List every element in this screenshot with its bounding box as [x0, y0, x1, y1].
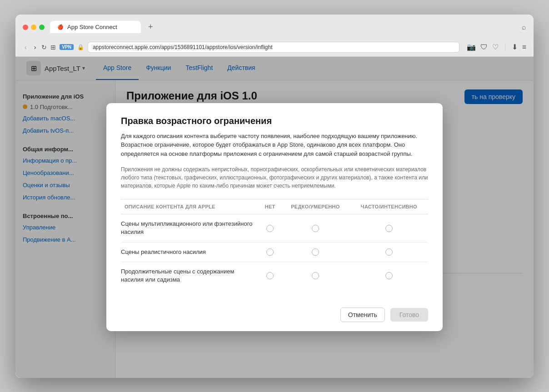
- radio-often-2[interactable]: [385, 248, 393, 256]
- tab-bar: 🍎 App Store Connect +: [50, 20, 516, 34]
- radio-rarely-1[interactable]: [312, 225, 319, 232]
- table-col-often: ЧАСТО/ИНТЕНСИВНО: [350, 199, 428, 214]
- active-tab[interactable]: 🍎 App Store Connect: [50, 21, 141, 33]
- minimize-button[interactable]: [31, 25, 36, 30]
- table-col-rarely: РЕДКО/УМЕРЕННО: [281, 199, 350, 214]
- radio-cell-1-often[interactable]: [350, 214, 428, 242]
- row-label-3: Продолжительные сцены с содержанием наси…: [121, 262, 259, 289]
- modal-title: Правка возрастного ограничения: [121, 116, 428, 126]
- rating-table: ОПИСАНИЕ КОНТЕНТА ДЛЯ APPLE НЕТ РЕДКО/УМ…: [121, 199, 428, 289]
- menu-icon[interactable]: ≡: [522, 43, 526, 51]
- table-row: Продолжительные сцены с содержанием наси…: [121, 262, 428, 289]
- grid-button[interactable]: ⊞: [50, 44, 56, 51]
- radio-cell-1-rarely[interactable]: [281, 214, 350, 242]
- row-label-1: Сцены мультипликационного или фэнтезийно…: [121, 214, 259, 242]
- download-icon[interactable]: ⬇: [512, 43, 518, 51]
- app-content: ⊞ AppTest_LT ▾ App Store Функции TestFli…: [15, 57, 534, 378]
- browser-search-icon[interactable]: ⌕: [522, 23, 526, 31]
- radio-cell-3-none[interactable]: [259, 262, 281, 289]
- cancel-button[interactable]: Отменить: [340, 308, 385, 322]
- refresh-button[interactable]: ↻: [41, 44, 47, 51]
- modal-description: Для каждого описания контента выберите ч…: [121, 132, 428, 159]
- radio-none-1[interactable]: [266, 225, 274, 232]
- heart-icon[interactable]: ♡: [492, 43, 499, 51]
- back-button[interactable]: ‹: [23, 43, 29, 52]
- radio-often-3[interactable]: [385, 272, 393, 279]
- radio-cell-3-often[interactable]: [350, 262, 428, 289]
- toolbar-separator: [505, 44, 505, 51]
- radio-cell-2-rarely[interactable]: [281, 242, 350, 262]
- modal-note: Приложения не должны содержать непристой…: [121, 165, 428, 190]
- modal-footer: Отменить Готово: [106, 300, 443, 331]
- table-row: Сцены реалистичного насилия: [121, 242, 428, 262]
- modal-body: Правка возрастного ограничения Для каждо…: [106, 103, 443, 300]
- maximize-button[interactable]: [39, 25, 45, 30]
- tab-favicon: 🍎: [57, 24, 64, 30]
- radio-none-2[interactable]: [266, 248, 274, 256]
- radio-cell-1-none[interactable]: [259, 214, 281, 242]
- table-col-none: НЕТ: [259, 199, 281, 214]
- lock-icon: 🔒: [77, 44, 84, 50]
- new-tab-button[interactable]: +: [145, 20, 157, 34]
- radio-none-3[interactable]: [266, 272, 274, 279]
- radio-often-1[interactable]: [385, 225, 393, 232]
- address-input[interactable]: [88, 42, 459, 53]
- vpn-badge: VPN: [60, 44, 74, 50]
- modal-overlay[interactable]: Правка возрастного ограничения Для каждо…: [15, 57, 534, 378]
- radio-cell-2-often[interactable]: [350, 242, 428, 262]
- done-button[interactable]: Готово: [390, 308, 428, 322]
- table-col-content: ОПИСАНИЕ КОНТЕНТА ДЛЯ APPLE: [121, 199, 259, 214]
- radio-cell-3-rarely[interactable]: [281, 262, 350, 289]
- tab-title: App Store Connect: [67, 24, 117, 30]
- toolbar-icons: 📷 🛡 ♡ ⬇ ≡: [467, 43, 526, 51]
- modal-dialog: Правка возрастного ограничения Для каждо…: [106, 103, 443, 331]
- browser-titlebar: 🍎 App Store Connect + ⌕ ‹ › ↻ ⊞ VPN 🔒 📷 …: [15, 15, 534, 57]
- close-button[interactable]: [23, 25, 28, 30]
- address-bar-row: ‹ › ↻ ⊞ VPN 🔒 📷 🛡 ♡ ⬇ ≡: [23, 39, 526, 56]
- camera-icon[interactable]: 📷: [467, 43, 476, 51]
- table-row: Сцены мультипликационного или фэнтезийно…: [121, 214, 428, 242]
- radio-rarely-3[interactable]: [312, 272, 319, 279]
- radio-rarely-2[interactable]: [312, 248, 319, 256]
- traffic-lights: [23, 25, 45, 30]
- row-label-2: Сцены реалистичного насилия: [121, 242, 259, 262]
- shield-icon[interactable]: 🛡: [480, 43, 488, 51]
- radio-cell-2-none[interactable]: [259, 242, 281, 262]
- forward-button[interactable]: ›: [32, 43, 38, 52]
